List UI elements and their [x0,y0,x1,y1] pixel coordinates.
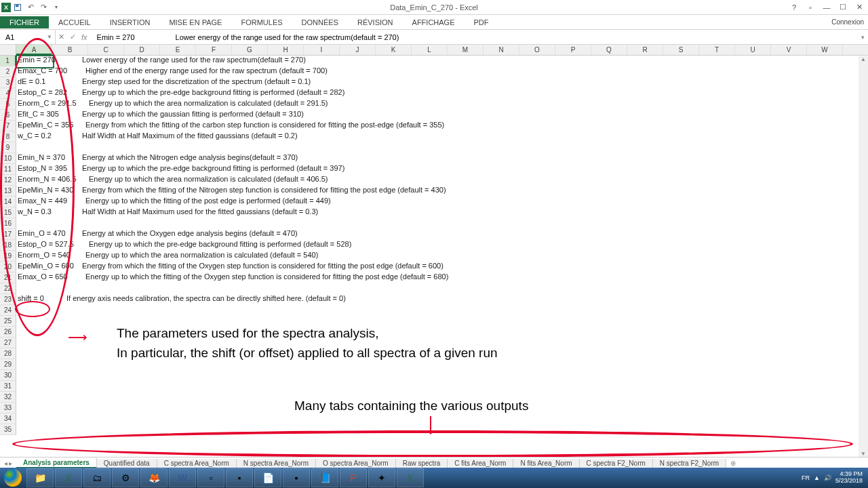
table-row[interactable]: w_C = 0.2Half Width at Half Maximum of t… [16,131,868,142]
row-header[interactable]: 31 [0,381,16,392]
cell[interactable]: Emax_O = 650 [16,272,71,283]
sheet-tab[interactable]: O spectra Area_Norm [316,459,396,468]
table-row[interactable]: dE = 0.1Energy step used for the discret… [16,77,868,88]
fx-icon[interactable]: fx [81,33,87,41]
table-row[interactable]: Estop_N = 395Energy up to which the pre-… [16,164,868,175]
row-header[interactable]: 18 [0,240,16,251]
tray-network-icon[interactable]: 🔊 [824,474,831,481]
cancel-icon[interactable]: ✕ [58,33,64,41]
cell[interactable]: EpeMin_O = 600 [16,262,71,272]
cell[interactable]: w_N = 0.3 [16,207,71,218]
row-header[interactable]: 3 [0,77,16,88]
column-header[interactable]: G [232,45,268,55]
taskbar-excel-icon[interactable]: X [397,468,424,487]
row-header[interactable]: 11 [0,164,16,175]
row-header[interactable]: 6 [0,110,16,121]
cell[interactable]: EpeMin_C = 355 [16,121,71,131]
table-row[interactable]: EpeMin_N = 430Energy from which the fitt… [16,186,868,197]
row-header[interactable]: 25 [0,316,16,327]
taskbar-app-icon[interactable]: 📘 [311,468,338,487]
table-row[interactable]: Emin = 270Lower energy of the range used… [16,56,868,66]
cell[interactable]: dE = 0.1 [16,77,71,88]
column-header[interactable]: C [88,45,124,55]
cell[interactable]: Energy up to which the pre-edge backgrou… [81,88,344,96]
sheet-tab[interactable]: N fits Area_Norm [513,459,579,468]
row-header[interactable]: 34 [0,413,16,424]
table-row[interactable] [16,370,868,381]
sheet-tab[interactable]: Raw spectra [396,459,448,468]
cell[interactable]: Enorm_O = 540 [16,251,71,262]
cells-area[interactable]: Emin = 270Lower energy of the range used… [16,56,868,435]
table-row[interactable]: Efit_C = 305Energy up to which the gauss… [16,110,868,121]
save-icon[interactable] [12,1,24,14]
taskbar-firefox-icon[interactable]: 🦊 [140,468,167,487]
sheet-tab[interactable]: Quantified data [97,459,157,468]
cell[interactable]: shift = 0 [16,294,71,305]
cell[interactable] [16,403,71,413]
row-header[interactable]: 2 [0,66,16,77]
formula-input[interactable]: Emin = 270 Lower energy of the range use… [90,33,857,41]
column-header[interactable]: E [160,45,196,55]
cell[interactable]: Energy at which the Nitrogen edge analys… [81,153,298,161]
cell[interactable] [16,381,71,392]
redo-icon[interactable]: ↷ [37,1,50,14]
taskbar-app-icon[interactable]: X [55,468,82,487]
cell[interactable]: Half Width at Half Maximum used for the … [81,207,318,216]
cell[interactable]: Higher end of the energy range used for … [84,66,328,75]
column-header[interactable]: Q [591,45,627,55]
table-row[interactable]: EpeMin_O = 600Energy from which the fitt… [16,262,868,272]
column-header[interactable]: P [555,45,591,55]
column-header[interactable]: W [807,45,843,55]
cell[interactable]: Enorm_C = 291.5 [16,99,71,110]
row-header[interactable]: 15 [0,207,16,218]
row-header[interactable]: 19 [0,251,16,262]
ribbon-tab-accueil[interactable]: ACCUEIL [49,16,100,28]
cell[interactable] [16,316,71,327]
column-header[interactable]: U [735,45,771,55]
cell[interactable]: Energy at which the Oxygen edge analysis… [81,229,298,237]
cell[interactable]: Energy up to which the fitting of the Ox… [84,272,448,281]
row-header[interactable]: 10 [0,153,16,164]
help-button[interactable]: ? [787,1,802,14]
select-all-cell[interactable] [0,45,16,55]
sheet-tab[interactable]: C spectra Area_Norm [157,459,237,468]
row-header[interactable]: 33 [0,403,16,413]
table-row[interactable] [16,381,868,392]
cell[interactable]: Estop_O = 527.5 [16,240,71,251]
start-button[interactable] [0,468,26,488]
taskbar-app-icon[interactable]: ▫ [197,468,224,487]
cell[interactable] [16,413,71,424]
row-header[interactable]: 21 [0,272,16,283]
cell[interactable]: Efit_C = 305 [16,110,71,121]
expand-formula-icon[interactable]: ▾ [857,34,868,41]
row-header[interactable]: 32 [0,392,16,403]
table-row[interactable]: Emax_O = 650Energy up to which the fitti… [16,272,868,283]
table-row[interactable]: Emin_O = 470Energy at which the Oxygen e… [16,229,868,240]
taskbar-app-icon[interactable]: ⚙ [112,468,139,487]
cell[interactable] [16,348,71,359]
taskbar-powerpoint-icon[interactable]: P [340,468,367,487]
column-header[interactable]: H [268,45,304,55]
column-header[interactable]: V [771,45,807,55]
spreadsheet-grid[interactable]: 1234567891011121314151617181920212223242… [0,56,868,435]
sheet-tab[interactable]: N spectra F2_Norm [653,459,726,468]
cell[interactable]: Energy up to which the area normalizatio… [87,175,328,183]
cell[interactable]: Enorm_N = 406.5 [16,175,71,186]
cell[interactable]: w_C = 0.2 [16,131,71,142]
row-header[interactable]: 16 [0,218,16,229]
cell[interactable]: Energy from which the fitting of the car… [84,121,444,129]
table-row[interactable]: Enorm_O = 540Energy up to which the area… [16,251,868,262]
table-row[interactable]: EpeMin_C = 355Energy from which the fitt… [16,121,868,131]
cell[interactable]: Emax_N = 449 [16,197,71,207]
cell[interactable]: Energy from which the fitting of the Nit… [81,186,446,194]
cell[interactable]: Energy up to which the gaussian fitting … [81,110,304,118]
column-header[interactable]: B [52,45,88,55]
row-header[interactable]: 27 [0,338,16,348]
cell[interactable] [16,424,71,435]
cell[interactable]: Half Width at Half Maximum of the fitted… [81,131,298,140]
taskbar-app-icon[interactable]: 📄 [254,468,281,487]
row-header[interactable]: 5 [0,99,16,110]
cell[interactable] [16,370,71,381]
table-row[interactable]: shift = 0If energy axis needs calibratio… [16,294,868,305]
taskbar-terminal-icon[interactable]: ▪ [226,468,253,487]
